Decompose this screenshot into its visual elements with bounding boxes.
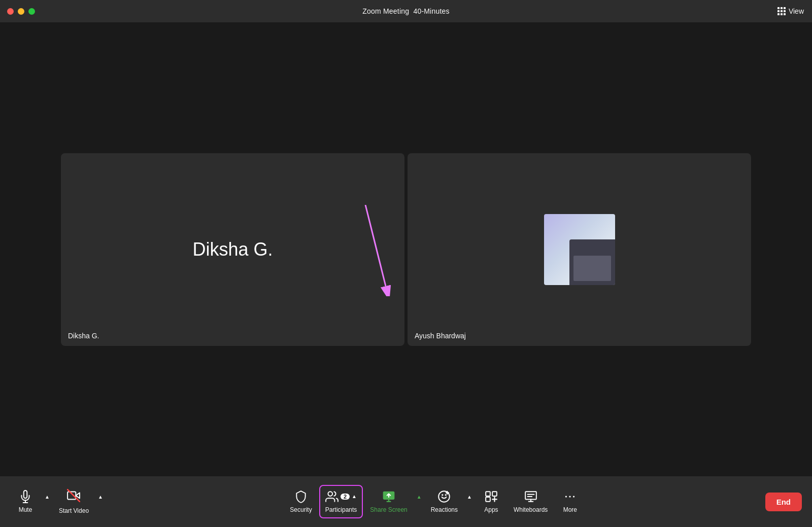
participants-icon-row: 2 ▲ (325, 490, 357, 503)
video-caret[interactable]: ▲ (96, 492, 105, 502)
more-button[interactable]: More (555, 486, 585, 517)
start-video-button[interactable]: Start Video (54, 485, 94, 518)
apps-icon (485, 490, 498, 503)
more-icon (563, 490, 577, 503)
video-area: Diksha G. Diksha G. Ayush Bhardwaj (0, 22, 812, 476)
view-button[interactable]: View (777, 7, 804, 15)
reactions-caret[interactable]: ▲ (465, 492, 474, 502)
video-tile-ayush: Ayush Bhardwaj (408, 153, 751, 346)
window-title: Zoom Meeting 40-Minutes (362, 7, 449, 15)
toolbar-center: Security 2 ▲ Participants (105, 485, 765, 518)
mute-button[interactable]: Mute (10, 486, 41, 517)
video-tile-diksha: Diksha G. Diksha G. (61, 153, 404, 346)
share-screen-caret[interactable]: ▲ (415, 492, 424, 502)
whiteboards-icon (524, 490, 537, 503)
whiteboards-button[interactable]: Whiteboards (509, 486, 553, 517)
main-content: Diksha G. Diksha G. Ayush Bhardwaj (0, 22, 812, 476)
video-tiles: Diksha G. Diksha G. Ayush Bhardwaj (61, 153, 751, 346)
security-icon (294, 490, 308, 503)
svg-rect-14 (486, 491, 490, 496)
svg-point-22 (565, 496, 567, 497)
mute-icon (19, 490, 32, 503)
participants-caret-icon: ▲ (352, 494, 357, 499)
toolbar-right: End (765, 493, 802, 511)
title-bar: Zoom Meeting 40-Minutes View (0, 0, 812, 22)
participant-display-name-diksha: Diksha G. (192, 239, 273, 260)
video-slash-icon (67, 489, 80, 502)
maximize-button[interactable] (28, 8, 35, 15)
participants-button[interactable]: 2 ▲ Participants (319, 485, 363, 518)
video-icon-wrapper (67, 489, 80, 504)
svg-point-24 (573, 496, 574, 497)
apps-button[interactable]: Apps (476, 486, 506, 517)
grid-icon (777, 7, 786, 15)
svg-line-6 (68, 489, 80, 502)
close-button[interactable] (7, 8, 14, 15)
svg-rect-17 (525, 491, 536, 499)
reactions-icon (437, 490, 451, 503)
reactions-button[interactable]: Reactions (426, 486, 463, 517)
svg-rect-16 (486, 497, 490, 502)
mute-caret[interactable]: ▲ (43, 492, 52, 502)
share-screen-icon (382, 490, 395, 503)
screen-share-thumbnail (544, 214, 615, 285)
svg-rect-15 (492, 491, 497, 496)
security-button[interactable]: Security (285, 486, 317, 517)
traffic-lights (7, 8, 35, 15)
participant-name-ayush: Ayush Bhardwaj (415, 332, 466, 340)
svg-point-23 (569, 496, 571, 497)
share-screen-button[interactable]: Share Screen (365, 486, 412, 517)
participants-icon (325, 490, 339, 503)
minimize-button[interactable] (18, 8, 24, 15)
toolbar: Mute ▲ Start Video ▲ Security (0, 476, 812, 527)
participant-name-diksha: Diksha G. (68, 332, 99, 340)
participants-badge: 2 (341, 494, 350, 500)
toolbar-left: Mute ▲ Start Video ▲ (10, 485, 105, 518)
svg-point-7 (328, 491, 332, 496)
end-button[interactable]: End (765, 493, 802, 511)
